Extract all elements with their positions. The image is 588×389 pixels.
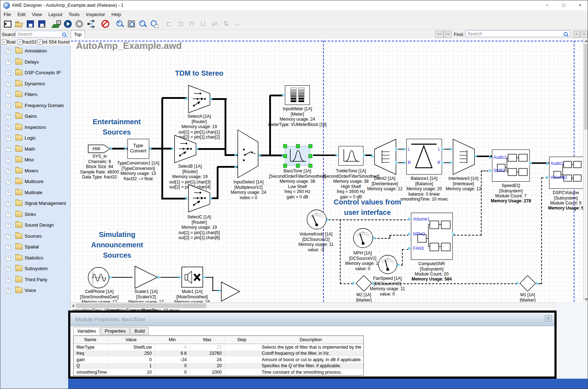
panel-tab-variables[interactable]: Variables	[73, 327, 100, 335]
selection-handle[interactable]	[296, 164, 300, 168]
run-icon[interactable]	[63, 19, 72, 29]
expand-icon[interactable]: +	[6, 114, 11, 119]
menu-item-inspector[interactable]: Inspector	[83, 11, 108, 18]
expand-icon[interactable]: +	[6, 191, 11, 195]
module-speedeq[interactable]	[492, 150, 530, 182]
canvas-vertical-scrollbar[interactable]	[583, 38, 588, 302]
checkbox-float[interactable]: ✓	[2, 40, 7, 45]
v-scroll-thumb[interactable]	[584, 44, 588, 130]
close-button[interactable]: ×	[572, 0, 588, 10]
sidebar-item-frequency-domain[interactable]: +Frequency Domain	[0, 100, 70, 111]
module-interleave3[interactable]	[453, 139, 475, 175]
align-top-icon[interactable]: ⊓	[187, 19, 196, 29]
find-next-button[interactable]: >	[581, 31, 588, 38]
pin-icon[interactable]	[546, 176, 549, 179]
selection-handle[interactable]	[308, 164, 312, 168]
pin-icon[interactable]	[371, 155, 374, 158]
sidebar-item-mixers[interactable]: +Mixers	[0, 166, 70, 177]
pin-icon[interactable]	[336, 153, 338, 157]
panel-header[interactable]: Module Properties: BassTone x	[70, 313, 554, 326]
pin-icon[interactable]	[489, 156, 492, 159]
module-fanspeed[interactable]	[378, 254, 398, 274]
pin-icon[interactable]	[396, 147, 398, 151]
expand-icon[interactable]: +	[6, 92, 11, 97]
pin-icon[interactable]	[516, 282, 519, 285]
sidebar-item-voice[interactable]: +Voice	[0, 285, 70, 296]
distribute-horizontal-icon[interactable]: ⇄	[210, 19, 219, 29]
pin-icon[interactable]	[372, 282, 375, 285]
column-header-max[interactable]: Max	[190, 337, 225, 342]
module-selectc[interactable]	[188, 184, 210, 212]
column-header-min[interactable]: Min	[155, 337, 190, 342]
menu-item-file[interactable]: File	[0, 11, 14, 18]
pin-icon[interactable]	[327, 218, 330, 221]
find-input[interactable]	[465, 30, 570, 37]
zoom-out-icon[interactable]: −	[138, 19, 147, 29]
module-deint2[interactable]	[374, 139, 396, 175]
pin-icon[interactable]	[442, 161, 444, 165]
open-file-icon[interactable]	[14, 19, 24, 29]
new-window-icon[interactable]	[3, 19, 12, 29]
sidebar-item-sources[interactable]: +Sources	[0, 231, 70, 242]
sidebar-item-math[interactable]: +Math	[0, 144, 70, 155]
pin-icon[interactable]	[235, 165, 237, 168]
sidebar-item-multicore[interactable]: +Multicore	[0, 176, 70, 187]
sidebar-item-logic[interactable]: +Logic	[0, 133, 70, 144]
sidebar-item-multirate[interactable]: +Multirate	[0, 187, 70, 198]
propagate-changes-icon[interactable]	[86, 19, 95, 29]
pin-icon[interactable]	[110, 147, 113, 150]
pin-icon[interactable]	[403, 161, 406, 165]
pin-icon[interactable]	[158, 276, 161, 279]
h-scroll-thumb[interactable]	[76, 303, 206, 308]
pin-icon[interactable]	[546, 162, 549, 165]
pin-icon[interactable]	[396, 161, 398, 165]
module-inputselect[interactable]	[237, 130, 259, 178]
pin-icon[interactable]	[235, 153, 237, 157]
table-row[interactable]: Q1020Specifies the Q of the filter, if a…	[74, 363, 363, 369]
checkbox-int[interactable]: ✓	[37, 40, 42, 45]
selection-handle[interactable]	[308, 154, 312, 158]
module-volumeknob[interactable]	[306, 209, 327, 230]
pin-icon[interactable]	[408, 247, 411, 250]
pin-icon[interactable]	[474, 155, 477, 158]
selection-handle[interactable]	[296, 144, 300, 148]
sidebar-item-third-party[interactable]: +Third Party	[0, 274, 70, 286]
selection-handle[interactable]	[283, 154, 287, 158]
expand-icon[interactable]: +	[6, 103, 11, 108]
table-row[interactable]: smoothingTime1001000Time constant of the…	[74, 369, 363, 375]
pin-icon[interactable]	[529, 161, 532, 165]
pin-icon[interactable]	[397, 263, 400, 267]
scroll-left-icon[interactable]	[72, 304, 74, 308]
sidebar-item-dynamics[interactable]: +Dynamics	[0, 79, 70, 90]
match-size-icon[interactable]: ↔	[233, 19, 242, 29]
find-prev-button[interactable]: <	[573, 31, 580, 38]
pin-icon[interactable]	[203, 276, 206, 279]
expand-icon[interactable]: +	[6, 158, 11, 162]
save-as-icon[interactable]: ✎	[37, 19, 46, 29]
module-basstone[interactable]	[285, 146, 310, 166]
sidebar-item-filters[interactable]: +Filters	[0, 89, 70, 100]
maximize-button[interactable]: □	[556, 0, 572, 10]
profile-disabled-icon[interactable]	[101, 19, 110, 29]
find-prev-all-button[interactable]: <<	[435, 31, 443, 38]
pin-icon[interactable]	[363, 153, 366, 157]
module-m1[interactable]	[519, 275, 536, 292]
menu-item-layout[interactable]: Layout	[45, 11, 65, 18]
sidebar-item-signal-management[interactable]: +Signal Management	[0, 198, 70, 209]
pin-icon[interactable]	[373, 236, 376, 240]
pin-icon[interactable]	[489, 169, 492, 172]
minimize-button[interactable]: −	[539, 0, 556, 10]
table-row[interactable]: freq2509.623760Cutoff frequency of the f…	[74, 350, 363, 357]
sidebar-item-statistics[interactable]: +Statistics	[0, 253, 70, 264]
module-m2[interactable]	[355, 275, 372, 292]
sidebar-item-subsystem[interactable]: +Subsystem	[0, 263, 70, 274]
panel-tab-properties[interactable]: Properties	[101, 327, 130, 335]
module-selectb[interactable]	[174, 135, 196, 163]
zoom-normal-icon[interactable]	[127, 19, 136, 29]
menu-item-tools[interactable]: Tools	[65, 11, 82, 18]
menu-item-help[interactable]: Help	[108, 11, 124, 18]
pin-icon[interactable]	[450, 147, 453, 151]
pin-icon[interactable]	[125, 147, 127, 150]
expand-icon[interactable]: +	[6, 234, 11, 239]
expand-icon[interactable]: +	[6, 60, 11, 65]
